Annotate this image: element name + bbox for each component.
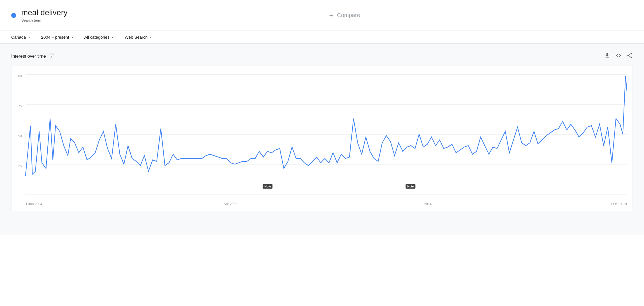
y-axis-labels: 100 75 50 25 [11,74,24,194]
chart-section: Interest over time ? 100 75 50 25 [0,44,644,235]
x-label-2019: 1 Oct 2019 [610,202,627,206]
x-axis-labels: 1 Jan 2004 1 Apr 2009 1 Jul 2014 1 Oct 2… [26,202,627,206]
time-range-filter[interactable]: 2004 – present ▾ [41,35,73,40]
share-button[interactable] [627,52,633,60]
embed-button[interactable] [615,52,622,60]
x-label-2009: 1 Apr 2009 [221,202,237,206]
categories-chevron-icon: ▾ [112,35,113,39]
note-label-1: Note [263,184,273,189]
note-label-2: Note [406,184,415,189]
x-label-2014: 1 Jul 2014 [416,202,432,206]
compare-area[interactable]: + Compare [315,11,633,19]
region-label: Canada [11,35,26,40]
compare-plus-icon: + [329,11,333,19]
chart-header: Interest over time ? [11,52,633,60]
search-term-dot [11,13,16,18]
header-section: meal delivery Search term + Compare [0,0,644,31]
help-icon[interactable]: ? [49,54,54,59]
y-label-25: 25 [18,164,22,168]
search-term-area: meal delivery Search term [11,8,315,22]
chart-title-area: Interest over time ? [11,54,54,59]
categories-label: All categories [84,35,110,40]
compare-label: Compare [337,12,360,18]
search-type-label: Web Search [125,35,148,40]
filters-section: Canada ▾ 2004 – present ▾ All categories… [0,31,644,44]
search-type-chevron-icon: ▾ [150,35,152,39]
region-filter[interactable]: Canada ▾ [11,35,30,40]
region-chevron-icon: ▾ [28,35,30,39]
search-type-filter[interactable]: Web Search ▾ [125,35,152,40]
trend-chart [26,74,627,194]
categories-filter[interactable]: All categories ▾ [84,35,113,40]
y-label-75: 75 [18,104,22,108]
x-label-2004: 1 Jan 2004 [26,202,42,206]
search-term-label: Search term [21,18,68,22]
search-term-text: meal delivery Search term [21,8,68,22]
y-label-50: 50 [18,134,22,138]
chart-area: 100 75 50 25 Note Note 1 Jan 2004 1 [11,66,633,211]
time-range-chevron-icon: ▾ [71,35,73,39]
time-range-label: 2004 – present [41,35,69,40]
chart-title: Interest over time [11,54,46,59]
grid-line-0 [26,194,627,194]
chart-actions [604,52,633,60]
y-label-100: 100 [16,74,22,78]
search-term-value: meal delivery [21,8,68,17]
download-button[interactable] [604,52,610,60]
